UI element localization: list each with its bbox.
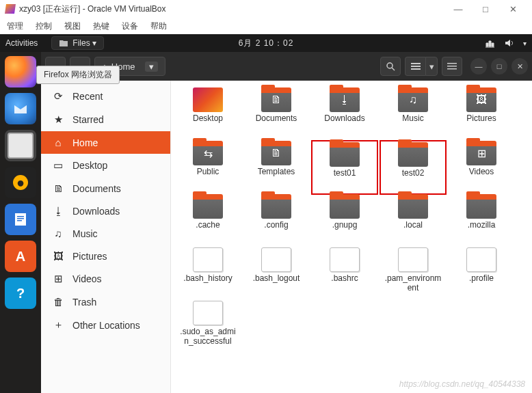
sidebar-item-music[interactable]: ♫Music xyxy=(41,222,170,245)
file-icon xyxy=(261,247,291,272)
list-view-button[interactable] xyxy=(405,57,425,76)
appmenu-files[interactable]: Files ▾ xyxy=(51,36,104,50)
nautilus-sidebar: ⟳Recent★Starred⌂Home▭Desktop🗎Documents⭳D… xyxy=(41,81,171,393)
grid-item[interactable]: 🗎Templates xyxy=(243,141,309,194)
dock-ubuntu-software[interactable]: A xyxy=(5,241,36,272)
hamburger-menu-button[interactable] xyxy=(442,57,462,76)
view-switcher: ▾ xyxy=(405,57,438,76)
volume-icon[interactable] xyxy=(504,38,515,48)
dock-thunderbird[interactable] xyxy=(5,93,36,124)
grid-item[interactable]: .cache xyxy=(175,194,241,247)
grid-item[interactable]: ♫Music xyxy=(380,87,446,141)
sidebar-item-desktop[interactable]: ▭Desktop xyxy=(41,154,170,177)
vb-menu-manage[interactable]: 管理 xyxy=(7,21,23,32)
grid-item-label: .pam_environment xyxy=(383,274,443,293)
sidebar-item-videos[interactable]: ⊞Videos xyxy=(41,267,170,290)
grid-item[interactable]: .bash_history xyxy=(175,247,241,301)
search-button[interactable] xyxy=(380,57,401,76)
sidebar-icon: ⭳ xyxy=(52,205,64,217)
vb-menu-control[interactable]: 控制 xyxy=(36,21,52,32)
sidebar-item-label: Pictures xyxy=(72,251,107,262)
sidebar-icon: ＋ xyxy=(52,319,64,331)
firefox-tooltip: Firefox 网络浏览器 xyxy=(36,66,120,84)
folder-icon xyxy=(398,194,428,219)
grid-item[interactable]: 🗎Documents xyxy=(243,87,309,141)
grid-item-label: .gnupg xyxy=(332,221,358,230)
virtualbox-icon xyxy=(5,4,16,14)
sidebar-icon: ▭ xyxy=(52,159,64,172)
dock-help[interactable]: ? xyxy=(5,277,36,309)
grid-item[interactable]: Desktop xyxy=(175,87,241,141)
view-dropdown-button[interactable]: ▾ xyxy=(425,57,438,76)
window-close-button[interactable]: ✕ xyxy=(511,58,528,74)
file-icon xyxy=(466,247,496,272)
sidebar-item-label: Music xyxy=(72,228,98,239)
grid-item-label: Videos xyxy=(469,167,494,177)
sidebar-item-downloads[interactable]: ⭳Downloads xyxy=(41,200,170,222)
sidebar-item-other-locations[interactable]: ＋Other Locations xyxy=(41,313,170,337)
power-menu-icon[interactable]: ▾ xyxy=(523,40,527,47)
grid-item-label: Downloads xyxy=(324,114,364,124)
grid-item-label: .bash_history xyxy=(183,274,232,284)
window-minimize-button[interactable]: — xyxy=(470,58,487,74)
grid-item[interactable]: ⇆Public xyxy=(175,141,241,194)
grid-item[interactable]: .mozilla xyxy=(449,194,514,247)
grid-item[interactable]: .sudo_as_admin_successful xyxy=(175,301,241,354)
clock[interactable]: 6月 2 10：02 xyxy=(239,38,294,49)
grid-item[interactable]: .pam_environment xyxy=(380,247,446,301)
activities-button[interactable]: Activities xyxy=(5,38,38,48)
dock-firefox[interactable]: Firefox 网络浏览器 xyxy=(5,56,36,87)
sidebar-icon: 🗎 xyxy=(52,182,64,194)
network-icon[interactable] xyxy=(485,38,496,48)
dock-libreoffice-writer[interactable] xyxy=(5,204,36,235)
grid-item-label: Pictures xyxy=(466,114,496,124)
grid-item[interactable]: 🖼Pictures xyxy=(449,87,514,141)
vb-menu-hotkeys[interactable]: 热键 xyxy=(93,21,109,32)
grid-item[interactable]: .config xyxy=(243,194,309,247)
folder-icon: ⇆ xyxy=(193,141,223,165)
file-icon xyxy=(398,247,428,272)
grid-item[interactable]: ⭳Downloads xyxy=(312,87,377,141)
vb-minimize-button[interactable]: — xyxy=(444,4,472,14)
sidebar-icon: 🖼 xyxy=(52,250,64,262)
sidebar-icon: ⟳ xyxy=(52,90,64,103)
sidebar-item-trash[interactable]: 🗑Trash xyxy=(41,290,170,313)
grid-item[interactable]: test02 xyxy=(380,141,446,194)
vb-menu-devices[interactable]: 设备 xyxy=(122,21,138,32)
sidebar-icon: ⊞ xyxy=(52,273,64,285)
vb-menu-view[interactable]: 视图 xyxy=(64,21,81,32)
grid-item[interactable]: .gnupg xyxy=(312,194,377,247)
svg-rect-11 xyxy=(447,68,457,70)
file-grid: Desktop🗎Documents⭳Downloads♫Music🖼Pictur… xyxy=(171,81,532,393)
sidebar-item-documents[interactable]: 🗎Documents xyxy=(41,177,170,200)
grid-item[interactable]: .local xyxy=(380,194,446,247)
folder-icon xyxy=(330,194,360,219)
grid-item-label: .mozilla xyxy=(468,221,496,230)
grid-item-label: .local xyxy=(403,221,423,230)
svg-rect-7 xyxy=(411,66,421,67)
sidebar-item-starred[interactable]: ★Starred xyxy=(41,108,170,131)
sidebar-item-label: Home xyxy=(72,137,98,148)
dock-rhythmbox[interactable]: ● xyxy=(5,167,36,198)
grid-item[interactable]: .bash_logout xyxy=(243,247,309,301)
vb-close-button[interactable]: ✕ xyxy=(499,4,527,14)
grid-item[interactable]: test01 xyxy=(312,141,377,194)
sidebar-item-home[interactable]: ⌂Home xyxy=(41,131,170,154)
folder-icon xyxy=(193,194,223,219)
grid-item[interactable]: ⊞Videos xyxy=(449,141,514,194)
sidebar-item-pictures[interactable]: 🖼Pictures xyxy=(41,245,170,267)
sidebar-icon: 🗑 xyxy=(52,296,64,308)
file-icon xyxy=(193,301,223,325)
vb-maximize-button[interactable]: □ xyxy=(472,4,499,14)
grid-item-label: .bashrc xyxy=(331,274,358,284)
folder-icon: ⭳ xyxy=(330,87,360,112)
vb-menu-help[interactable]: 帮助 xyxy=(150,21,167,32)
window-maximize-button[interactable]: □ xyxy=(491,58,507,74)
folder-icon: ⊞ xyxy=(466,141,496,165)
grid-item[interactable]: .profile xyxy=(449,247,514,301)
svg-rect-8 xyxy=(411,68,421,70)
dock-files[interactable] xyxy=(5,130,36,161)
grid-item[interactable]: .bashrc xyxy=(312,247,377,301)
svg-rect-3 xyxy=(17,220,22,221)
sidebar-item-recent[interactable]: ⟳Recent xyxy=(41,85,170,108)
